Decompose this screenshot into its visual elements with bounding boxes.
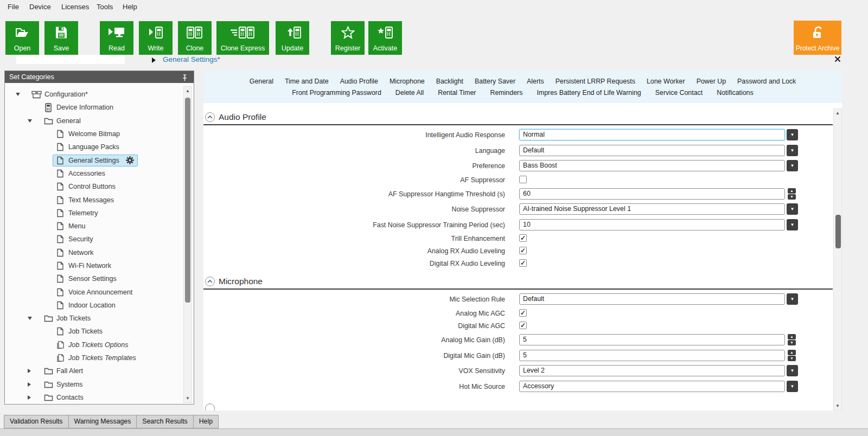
dropdown-arrow-button[interactable]: ▼	[787, 365, 798, 376]
tab-notifications[interactable]: Notifications	[717, 89, 754, 97]
tab-impres-battery-end-of-life-warning[interactable]: Impres Battery End of Life Warning	[537, 89, 641, 97]
tree-item-general[interactable]: General	[5, 114, 194, 127]
dropdown-noise-suppressor[interactable]: AI-trained Noise Suppressor Level 1	[519, 203, 785, 215]
collapse-section-button[interactable]	[205, 403, 215, 411]
open-button[interactable]: Open	[5, 21, 39, 55]
scroll-down-icon[interactable]: ▼	[184, 396, 192, 401]
tree-item-telemetry[interactable]: Telemetry	[5, 207, 194, 220]
dropdown-arrow-button[interactable]: ▼	[787, 293, 798, 305]
checkbox-af-suppressor[interactable]	[519, 176, 527, 183]
tree-item-network[interactable]: Network	[5, 246, 194, 259]
scroll-down-icon[interactable]: ▼	[834, 403, 841, 408]
status-tab-validation-results[interactable]: Validation Results	[4, 415, 69, 428]
tree-item-sensor-settings[interactable]: Sensor Settings	[5, 272, 194, 285]
tree-item-contacts[interactable]: Contacts	[5, 391, 194, 404]
sidebar-scrollbar[interactable]: ▲ ▼	[183, 86, 192, 403]
tab-alerts[interactable]: Alerts	[527, 78, 544, 85]
tab-service-contact[interactable]: Service Contact	[655, 89, 703, 97]
tab-password-and-lock[interactable]: Password and Lock	[737, 78, 796, 85]
collapse-section-button[interactable]	[205, 112, 215, 122]
update-button[interactable]: Update	[276, 21, 309, 55]
tab-delete-all[interactable]: Delete All	[395, 89, 424, 97]
write-button[interactable]: Write	[139, 21, 173, 55]
dropdown-arrow-button[interactable]: ▼	[787, 219, 798, 230]
dropdown-mic-selection-rule[interactable]: Default	[519, 293, 785, 305]
register-button[interactable]: Register	[331, 21, 365, 55]
main-scrollbar[interactable]: ▲ ▼	[833, 108, 842, 411]
clone-button[interactable]: Clone	[178, 21, 212, 55]
status-tab-help[interactable]: Help	[193, 415, 219, 428]
tab-lone-worker[interactable]: Lone Worker	[647, 78, 685, 85]
dropdown-arrow-button[interactable]: ▼	[787, 145, 798, 156]
number-input-analog-mic-gain-db-[interactable]: 5	[519, 334, 785, 345]
checkbox-analog-mic-agc[interactable]: ✓	[519, 309, 527, 317]
collapse-section-button[interactable]	[205, 277, 215, 286]
dropdown-intelligent-audio-response[interactable]: Normal	[519, 129, 785, 140]
document-tab-title[interactable]: General Settings*	[163, 55, 220, 63]
dropdown-preference[interactable]: Bass Boost	[519, 160, 785, 171]
menu-item-file[interactable]: File	[8, 3, 19, 11]
tree-item-welcome-bitmap[interactable]: Welcome Bitmap	[5, 127, 194, 140]
checkbox-digital-rx-audio-leveling[interactable]: ✓	[519, 259, 527, 267]
tree-item-voice-announcement[interactable]: Voice Announcement	[5, 285, 194, 298]
spin-down-button[interactable]: ▼	[788, 194, 796, 200]
clone-express-button[interactable]: Clone Express	[216, 21, 269, 55]
tree-item-job-tickets-options[interactable]: Job Tickets Options	[5, 338, 194, 351]
scroll-up-icon[interactable]: ▲	[834, 111, 841, 116]
tree-expander[interactable]	[28, 369, 41, 373]
tree-expander[interactable]	[28, 119, 41, 123]
tree-expander[interactable]	[28, 395, 41, 400]
tree-item-systems[interactable]: Systems	[5, 378, 194, 391]
spin-up-button[interactable]: ▲	[788, 350, 796, 355]
tree-expander[interactable]	[16, 93, 29, 96]
close-icon[interactable]	[834, 56, 841, 64]
number-input-digital-mic-gain-db-[interactable]: 5	[519, 350, 785, 361]
tree-item-menu[interactable]: Menu	[5, 220, 194, 233]
tree-item-job-tickets-templates[interactable]: Job Tickets Templates	[5, 351, 194, 364]
scroll-up-icon[interactable]: ▲	[184, 88, 192, 93]
menu-item-tools[interactable]: Tools	[97, 3, 113, 11]
read-button[interactable]: Read	[100, 21, 133, 55]
dropdown-hot-mic-source[interactable]: Accessory	[519, 381, 785, 392]
menu-item-help[interactable]: Help	[123, 3, 137, 11]
tab-rental-timer[interactable]: Rental Timer	[438, 89, 476, 97]
tab-power-up[interactable]: Power Up	[697, 78, 726, 85]
tab-time-and-date[interactable]: Time and Date	[285, 78, 329, 85]
status-tab-warning-messages[interactable]: Warning Messages	[68, 415, 137, 428]
checkbox-analog-rx-audio-leveling[interactable]: ✓	[519, 247, 527, 254]
menu-item-device[interactable]: Device	[29, 3, 51, 11]
tree-item-device-information[interactable]: Device Information	[5, 101, 194, 114]
dropdown-fast-noise-suppressor-training-period-sec-[interactable]: 10	[519, 219, 785, 230]
tree-item-language-packs[interactable]: Language Packs	[5, 140, 194, 153]
tab-reminders[interactable]: Reminders	[490, 89, 522, 97]
tab-front-programming-password[interactable]: Front Programming Password	[292, 89, 381, 97]
menu-item-licenses[interactable]: Licenses	[61, 3, 89, 11]
dropdown-language[interactable]: Default	[519, 145, 785, 156]
tree-item-general-settings[interactable]: General Settings	[5, 153, 194, 166]
spin-down-button[interactable]: ▼	[788, 356, 796, 361]
tree-item-fall-alert[interactable]: Fall Alert	[5, 364, 194, 377]
checkbox-trill-enhancement[interactable]: ✓	[519, 234, 527, 242]
save-button[interactable]: Save	[44, 21, 78, 55]
activate-button[interactable]: Activate	[368, 21, 402, 55]
number-input-af-suppressor-hangtime-threshold-s-[interactable]: 60	[519, 188, 785, 200]
tree-item-accessories[interactable]: Accessories	[5, 167, 194, 180]
breadcrumb-arrow-icon[interactable]	[152, 57, 156, 63]
tab-general[interactable]: General	[250, 78, 273, 85]
tree-item-wi-fi-network[interactable]: Wi-Fi Network	[5, 259, 194, 272]
dropdown-vox-sensitivity[interactable]: Level 2	[519, 365, 785, 376]
status-tab-search-results[interactable]: Search Results	[136, 415, 193, 428]
dropdown-arrow-button[interactable]: ▼	[787, 381, 798, 392]
dropdown-arrow-button[interactable]: ▼	[787, 129, 798, 140]
tab-microphone[interactable]: Microphone	[390, 78, 425, 85]
dropdown-arrow-button[interactable]: ▼	[787, 160, 798, 171]
tree-expander[interactable]	[28, 382, 41, 387]
tree-item-job-tickets[interactable]: Job Tickets	[5, 325, 194, 338]
protect-archive-button[interactable]: Protect Archive	[794, 21, 841, 55]
dropdown-arrow-button[interactable]: ▼	[787, 203, 798, 215]
scrollbar-thumb[interactable]	[185, 98, 190, 303]
tree-expander[interactable]	[28, 317, 41, 320]
tree-item-configuration-[interactable]: Configuration*	[5, 88, 194, 101]
tree-item-job-tickets[interactable]: Job Tickets	[5, 312, 194, 325]
gear-icon[interactable]	[126, 156, 134, 164]
